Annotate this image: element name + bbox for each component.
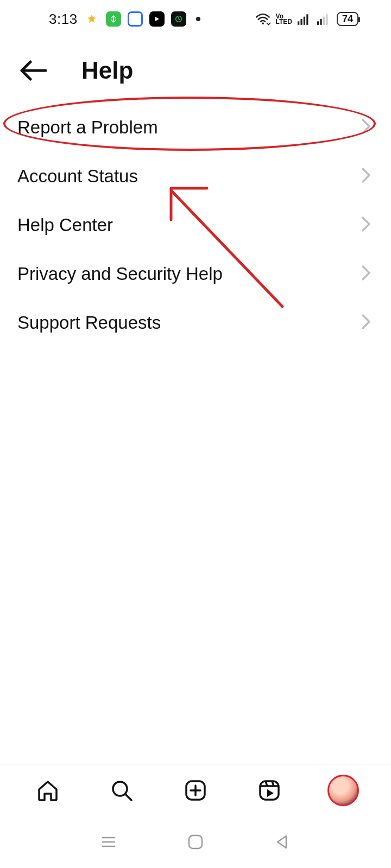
screen: 3:13 Vo LTED xyxy=(0,0,391,868)
svg-rect-26 xyxy=(189,835,202,848)
wifi-icon xyxy=(255,12,270,25)
help-menu-list: Report a Problem Account Status Help Cen… xyxy=(0,103,391,347)
sys-back-button[interactable] xyxy=(266,826,299,858)
nav-create-button[interactable] xyxy=(176,771,215,810)
menu-item-label: Support Requests xyxy=(17,312,161,333)
svg-rect-5 xyxy=(300,19,302,25)
chevron-right-icon xyxy=(361,216,371,234)
battery-indicator: 74 xyxy=(337,12,358,26)
search-icon xyxy=(109,777,135,803)
svg-marker-22 xyxy=(267,789,274,797)
back-button[interactable] xyxy=(16,54,49,87)
home-icon xyxy=(35,777,61,803)
menu-item-label: Report a Problem xyxy=(17,117,158,138)
notif-green-icon xyxy=(106,11,121,27)
svg-marker-0 xyxy=(87,15,96,23)
system-nav xyxy=(0,816,391,868)
svg-rect-9 xyxy=(320,19,321,25)
nav-profile-button[interactable] xyxy=(324,771,363,810)
svg-marker-27 xyxy=(278,836,286,848)
chevron-right-icon xyxy=(361,265,371,283)
notif-play-icon xyxy=(149,11,165,27)
status-left: 3:13 xyxy=(49,11,200,28)
notif-star-icon xyxy=(84,11,99,27)
nav-search-button[interactable] xyxy=(102,771,141,810)
bottom-nav xyxy=(0,764,391,816)
nav-reels-button[interactable] xyxy=(250,771,289,810)
arrow-left-icon xyxy=(18,60,47,81)
svg-rect-6 xyxy=(304,17,305,25)
svg-rect-11 xyxy=(326,14,327,25)
plus-square-icon xyxy=(182,777,209,803)
svg-rect-10 xyxy=(323,17,325,25)
menu-item-label: Privacy and Security Help xyxy=(17,264,223,284)
triangle-left-icon xyxy=(273,833,292,851)
menu-item-label: Help Center xyxy=(17,215,113,235)
notif-dark-icon xyxy=(171,11,186,27)
volte-indicator: Vo LTED xyxy=(276,14,292,24)
svg-rect-4 xyxy=(298,21,299,25)
battery-value: 74 xyxy=(342,14,353,25)
nav-home-button[interactable] xyxy=(28,771,67,810)
chevron-right-icon xyxy=(361,314,371,332)
page-title: Help xyxy=(81,57,133,84)
chevron-right-icon xyxy=(361,118,371,137)
notif-blue-square-icon xyxy=(128,11,143,27)
status-right: Vo LTED 74 xyxy=(255,12,358,26)
menu-item-privacy-and-security-help[interactable]: Privacy and Security Help xyxy=(0,250,391,298)
menu-lines-icon xyxy=(99,833,118,851)
svg-line-14 xyxy=(125,794,131,800)
rounded-square-icon xyxy=(186,833,205,851)
sys-recent-button[interactable] xyxy=(92,826,125,858)
menu-item-help-center[interactable]: Help Center xyxy=(0,201,391,250)
reels-icon xyxy=(256,777,282,803)
avatar xyxy=(327,775,359,806)
status-time: 3:13 xyxy=(49,11,78,28)
svg-marker-1 xyxy=(155,17,159,21)
status-bar: 3:13 Vo LTED xyxy=(0,0,391,38)
menu-item-account-status[interactable]: Account Status xyxy=(0,152,391,201)
signal-bars-2-icon xyxy=(317,13,331,25)
svg-point-3 xyxy=(262,22,264,24)
menu-item-label: Account Status xyxy=(17,166,138,187)
sys-home-button[interactable] xyxy=(179,826,212,858)
signal-bars-1-icon xyxy=(298,13,312,25)
volte-bottom: LTED xyxy=(276,19,292,24)
menu-item-report-a-problem[interactable]: Report a Problem xyxy=(0,103,391,152)
svg-rect-8 xyxy=(317,21,319,25)
notif-more-dot-icon xyxy=(196,17,200,21)
svg-rect-18 xyxy=(260,781,279,800)
menu-item-support-requests[interactable]: Support Requests xyxy=(0,298,391,347)
svg-rect-7 xyxy=(306,14,308,25)
chevron-right-icon xyxy=(361,167,371,186)
page-header: Help xyxy=(0,49,391,92)
